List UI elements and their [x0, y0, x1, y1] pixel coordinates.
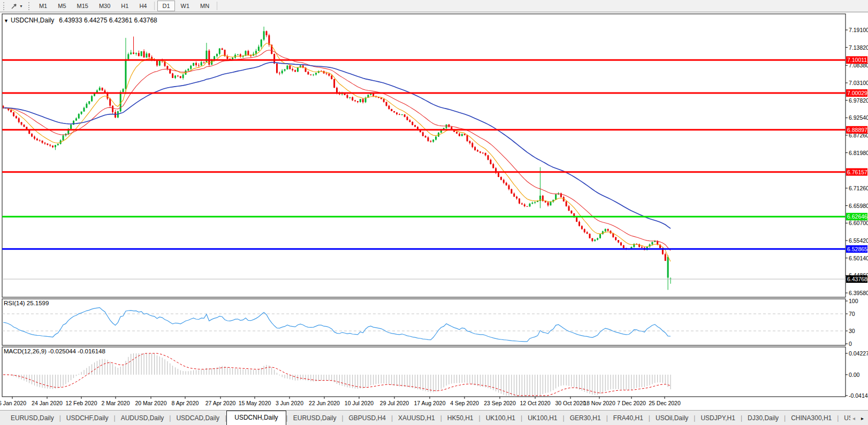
date-label: 27 Apr 2020	[205, 400, 236, 406]
date-label: 17 Aug 2020	[414, 400, 446, 406]
svg-text:6.88897: 6.88897	[847, 127, 867, 133]
tab-usdcnh-daily[interactable]: USDCNH,Daily	[226, 411, 286, 425]
price-tick: 6.65980	[849, 203, 868, 209]
price-tick: 6.81980	[849, 150, 868, 156]
date-label: 2 Mar 2020	[101, 400, 130, 406]
toolbar-grip[interactable]	[3, 2, 6, 10]
tab-china300-h1[interactable]: CHINA300,H1	[786, 412, 837, 425]
timeframe-h1[interactable]: H1	[116, 1, 133, 11]
tab-usdcad-daily[interactable]: USDCAD,Daily	[171, 412, 225, 425]
macd-tick: 0.00	[849, 372, 860, 378]
tab-fra40-h1[interactable]: FRA40,H1	[608, 412, 649, 425]
tab-uk100-h1[interactable]: UK100,H1	[522, 412, 562, 425]
price-tick: 6.71260	[849, 185, 868, 191]
date-label: 15 May 2020	[239, 400, 271, 406]
timeframe-d1[interactable]: D1	[157, 1, 174, 11]
toolbar-divider	[217, 2, 217, 10]
chart-title: ▼USDCNH,Daily6.43933 6.44275 6.42361 6.4…	[4, 17, 157, 24]
rsi-label: RSI(14) 25.1599	[4, 300, 49, 306]
price-tick: 6.39580	[849, 290, 868, 296]
date-label: 18 Nov 2020	[583, 400, 615, 406]
rsi-tick: 0	[849, 341, 852, 347]
timeframe-h4[interactable]: H4	[134, 1, 151, 11]
tab-audusd-daily[interactable]: AUDUSD,Daily	[116, 412, 170, 425]
date-label: 12 Feb 2020	[66, 400, 97, 406]
timeframe-m1[interactable]: M1	[34, 1, 52, 11]
rsi-pane[interactable]	[2, 299, 846, 345]
chart-ohlc-values: 6.43933 6.44275 6.42361 6.43768	[59, 17, 157, 24]
date-label: 20 Mar 2020	[135, 400, 167, 406]
date-label: 30 Oct 2020	[555, 400, 585, 406]
toolbar-grip-2[interactable]	[28, 2, 31, 10]
tab-hk50-h1[interactable]: HK50,H1	[442, 412, 479, 425]
mt4-chart-window: ▼ M1M5M15M30H1H4D1W1MN 7.191007.138207.0…	[0, 0, 868, 425]
date-label: 7 Dec 2020	[617, 400, 646, 406]
svg-text:6.62646: 6.62646	[847, 213, 867, 220]
svg-text:7.10011: 7.10011	[847, 57, 867, 63]
cursor-tool-button[interactable]: ▼	[9, 2, 25, 10]
price-tick: 6.60700	[849, 220, 868, 226]
tab-usoil-daily[interactable]: USOil,Daily	[650, 412, 694, 425]
svg-text:6.43768: 6.43768	[847, 276, 867, 282]
macd-tick: 0.042275	[849, 350, 868, 357]
price-tick: 6.50140	[849, 255, 868, 261]
macd-pane[interactable]	[2, 347, 846, 397]
tab-usdjpy-h1[interactable]: USDJPY,H1	[695, 412, 740, 425]
tab-gbpusd-h4[interactable]: GBPUSD,H4	[344, 412, 391, 425]
svg-text:6.52865: 6.52865	[847, 246, 867, 252]
timeframe-mn[interactable]: MN	[195, 1, 214, 11]
chart-symbol-label: USDCNH,Daily	[11, 17, 54, 24]
macd-label: MACD(12,26,9) -0.025044 -0.016148	[4, 348, 105, 354]
tab-uk100-h1[interactable]: UK100,H1	[481, 412, 521, 425]
tab-usdchf-daily[interactable]: USDCHF,Daily	[61, 412, 114, 425]
dropdown-caret-icon: ▼	[19, 4, 23, 8]
price-tick: 7.03100	[849, 80, 868, 86]
date-label: 23 Sep 2020	[484, 400, 516, 406]
tab-eurusd-daily[interactable]: EURUSD,Daily	[5, 412, 59, 425]
price-tick: 6.55420	[849, 237, 868, 244]
tab-ger30-h1[interactable]: GER30,H1	[565, 412, 606, 425]
date-label: 8 Apr 2020	[172, 400, 199, 406]
tabs-scroll-right-icon[interactable]: ▸	[861, 416, 864, 421]
chart-tabs: EURUSD,Daily|USDCHF,Daily|AUDUSD,Daily|U…	[0, 411, 850, 425]
tab-usoil[interactable]: USOil,	[839, 412, 850, 425]
rsi-tick: 30	[849, 328, 855, 334]
chart-tab-bar: EURUSD,Daily|USDCHF,Daily|AUDUSD,Daily|U…	[0, 410, 868, 425]
collapse-triangle-icon[interactable]: ▼	[4, 18, 9, 24]
date-label: 24 Jan 2020	[32, 400, 63, 406]
timeframe-bar: M1M5M15M30H1H4D1W1MN	[34, 0, 219, 12]
tab-dj30-daily[interactable]: DJ30,Daily	[742, 412, 784, 425]
timeframe-w1[interactable]: W1	[176, 1, 195, 11]
date-label: 12 Oct 2020	[520, 400, 550, 406]
toolbar-divider	[154, 2, 155, 10]
date-label: 3 Jun 2020	[276, 400, 303, 406]
price-tick: 7.13820	[849, 44, 868, 51]
macd-tick: -0.04148	[849, 392, 868, 399]
date-label: 29 Jul 2020	[380, 400, 409, 406]
tabs-scroll-left-icon[interactable]: ◂	[852, 416, 855, 421]
date-label: 6 Jan 2020	[0, 400, 26, 406]
chart-canvas[interactable]: 7.191007.138207.083807.031006.978206.925…	[0, 0, 868, 425]
date-label: 10 Jul 2020	[345, 400, 374, 406]
tab-xauusd-h1[interactable]: XAUUSD,H1	[393, 412, 440, 425]
price-tick: 7.19100	[849, 27, 868, 33]
timeframe-m15[interactable]: M15	[72, 1, 93, 11]
rsi-tick: 70	[849, 311, 855, 317]
date-label: 22 Jun 2020	[309, 400, 340, 406]
price-tick: 6.97820	[849, 97, 868, 104]
cursor-tool-icon	[11, 3, 18, 10]
timeframe-m30[interactable]: M30	[94, 1, 115, 11]
date-label: 4 Sep 2020	[450, 400, 479, 406]
timeframe-m5[interactable]: M5	[53, 1, 71, 11]
svg-text:6.76157: 6.76157	[847, 169, 867, 175]
svg-text:7.00029: 7.00029	[847, 90, 867, 96]
tab-scroll-arrows: ◂ ▸	[850, 416, 868, 425]
toolbar: ▼ M1M5M15M30H1H4D1W1MN	[0, 0, 868, 12]
tab-eurusd-daily[interactable]: EURUSD,Daily	[288, 412, 342, 425]
date-label: 25 Dec 2020	[649, 400, 681, 406]
price-tick: 6.92540	[849, 114, 868, 121]
rsi-tick: 100	[849, 298, 858, 304]
